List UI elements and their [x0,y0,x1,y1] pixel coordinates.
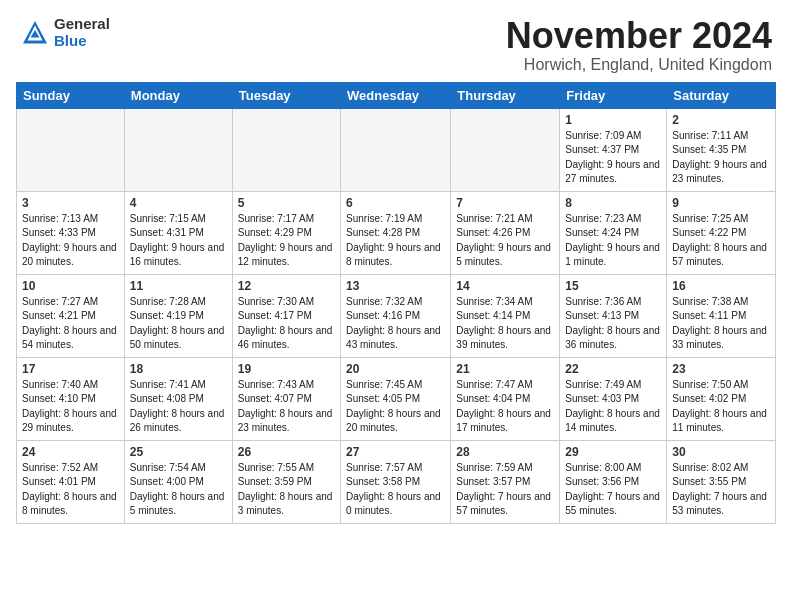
calendar-cell: 17Sunrise: 7:40 AM Sunset: 4:10 PM Dayli… [17,357,125,440]
calendar-cell: 25Sunrise: 7:54 AM Sunset: 4:00 PM Dayli… [124,440,232,523]
calendar-cell [341,108,451,191]
day-info: Sunrise: 7:17 AM Sunset: 4:29 PM Dayligh… [238,212,335,270]
calendar-week-row: 3Sunrise: 7:13 AM Sunset: 4:33 PM Daylig… [17,191,776,274]
day-info: Sunrise: 7:57 AM Sunset: 3:58 PM Dayligh… [346,461,445,519]
day-info: Sunrise: 7:25 AM Sunset: 4:22 PM Dayligh… [672,212,770,270]
calendar-cell: 24Sunrise: 7:52 AM Sunset: 4:01 PM Dayli… [17,440,125,523]
day-info: Sunrise: 7:59 AM Sunset: 3:57 PM Dayligh… [456,461,554,519]
day-number: 3 [22,196,119,210]
col-header-tuesday: Tuesday [232,82,340,108]
calendar-cell: 18Sunrise: 7:41 AM Sunset: 4:08 PM Dayli… [124,357,232,440]
day-info: Sunrise: 7:09 AM Sunset: 4:37 PM Dayligh… [565,129,661,187]
day-number: 11 [130,279,227,293]
calendar-cell: 14Sunrise: 7:34 AM Sunset: 4:14 PM Dayli… [451,274,560,357]
calendar-wrapper: SundayMondayTuesdayWednesdayThursdayFrid… [0,82,792,532]
day-info: Sunrise: 7:19 AM Sunset: 4:28 PM Dayligh… [346,212,445,270]
title-block: November 2024 Horwich, England, United K… [506,16,772,74]
col-header-friday: Friday [560,82,667,108]
day-number: 26 [238,445,335,459]
calendar-cell: 3Sunrise: 7:13 AM Sunset: 4:33 PM Daylig… [17,191,125,274]
day-info: Sunrise: 7:50 AM Sunset: 4:02 PM Dayligh… [672,378,770,436]
calendar-cell: 7Sunrise: 7:21 AM Sunset: 4:26 PM Daylig… [451,191,560,274]
day-info: Sunrise: 7:47 AM Sunset: 4:04 PM Dayligh… [456,378,554,436]
logo-text: General Blue [54,16,110,49]
day-info: Sunrise: 7:13 AM Sunset: 4:33 PM Dayligh… [22,212,119,270]
day-number: 8 [565,196,661,210]
day-number: 23 [672,362,770,376]
day-info: Sunrise: 7:38 AM Sunset: 4:11 PM Dayligh… [672,295,770,353]
day-number: 30 [672,445,770,459]
day-number: 12 [238,279,335,293]
day-number: 28 [456,445,554,459]
day-number: 20 [346,362,445,376]
day-info: Sunrise: 7:45 AM Sunset: 4:05 PM Dayligh… [346,378,445,436]
col-header-saturday: Saturday [667,82,776,108]
calendar-week-row: 1Sunrise: 7:09 AM Sunset: 4:37 PM Daylig… [17,108,776,191]
calendar-header-row: SundayMondayTuesdayWednesdayThursdayFrid… [17,82,776,108]
calendar-cell: 27Sunrise: 7:57 AM Sunset: 3:58 PM Dayli… [341,440,451,523]
day-number: 22 [565,362,661,376]
day-info: Sunrise: 7:15 AM Sunset: 4:31 PM Dayligh… [130,212,227,270]
calendar-cell: 6Sunrise: 7:19 AM Sunset: 4:28 PM Daylig… [341,191,451,274]
day-info: Sunrise: 7:32 AM Sunset: 4:16 PM Dayligh… [346,295,445,353]
day-info: Sunrise: 7:41 AM Sunset: 4:08 PM Dayligh… [130,378,227,436]
day-number: 18 [130,362,227,376]
day-info: Sunrise: 7:11 AM Sunset: 4:35 PM Dayligh… [672,129,770,187]
day-number: 1 [565,113,661,127]
calendar-cell: 11Sunrise: 7:28 AM Sunset: 4:19 PM Dayli… [124,274,232,357]
calendar-cell: 9Sunrise: 7:25 AM Sunset: 4:22 PM Daylig… [667,191,776,274]
col-header-sunday: Sunday [17,82,125,108]
day-number: 15 [565,279,661,293]
day-info: Sunrise: 7:55 AM Sunset: 3:59 PM Dayligh… [238,461,335,519]
day-info: Sunrise: 7:23 AM Sunset: 4:24 PM Dayligh… [565,212,661,270]
day-info: Sunrise: 7:49 AM Sunset: 4:03 PM Dayligh… [565,378,661,436]
calendar-cell [232,108,340,191]
calendar-cell [124,108,232,191]
day-info: Sunrise: 8:02 AM Sunset: 3:55 PM Dayligh… [672,461,770,519]
day-info: Sunrise: 7:40 AM Sunset: 4:10 PM Dayligh… [22,378,119,436]
day-info: Sunrise: 7:36 AM Sunset: 4:13 PM Dayligh… [565,295,661,353]
calendar-cell: 13Sunrise: 7:32 AM Sunset: 4:16 PM Dayli… [341,274,451,357]
day-number: 7 [456,196,554,210]
calendar-cell: 12Sunrise: 7:30 AM Sunset: 4:17 PM Dayli… [232,274,340,357]
day-number: 14 [456,279,554,293]
calendar-week-row: 24Sunrise: 7:52 AM Sunset: 4:01 PM Dayli… [17,440,776,523]
day-info: Sunrise: 7:34 AM Sunset: 4:14 PM Dayligh… [456,295,554,353]
day-number: 25 [130,445,227,459]
location: Horwich, England, United Kingdom [506,56,772,74]
day-info: Sunrise: 7:21 AM Sunset: 4:26 PM Dayligh… [456,212,554,270]
calendar-cell: 8Sunrise: 7:23 AM Sunset: 4:24 PM Daylig… [560,191,667,274]
calendar-cell: 10Sunrise: 7:27 AM Sunset: 4:21 PM Dayli… [17,274,125,357]
day-number: 2 [672,113,770,127]
calendar-cell: 21Sunrise: 7:47 AM Sunset: 4:04 PM Dayli… [451,357,560,440]
calendar-cell [451,108,560,191]
day-number: 10 [22,279,119,293]
calendar-cell: 19Sunrise: 7:43 AM Sunset: 4:07 PM Dayli… [232,357,340,440]
calendar-cell: 4Sunrise: 7:15 AM Sunset: 4:31 PM Daylig… [124,191,232,274]
logo: General Blue [20,16,110,49]
col-header-thursday: Thursday [451,82,560,108]
day-number: 29 [565,445,661,459]
col-header-monday: Monday [124,82,232,108]
calendar-table: SundayMondayTuesdayWednesdayThursdayFrid… [16,82,776,524]
day-info: Sunrise: 7:27 AM Sunset: 4:21 PM Dayligh… [22,295,119,353]
day-info: Sunrise: 7:43 AM Sunset: 4:07 PM Dayligh… [238,378,335,436]
logo-general-text: General [54,16,110,33]
day-number: 17 [22,362,119,376]
day-number: 6 [346,196,445,210]
day-number: 19 [238,362,335,376]
day-number: 9 [672,196,770,210]
calendar-cell [17,108,125,191]
calendar-cell: 26Sunrise: 7:55 AM Sunset: 3:59 PM Dayli… [232,440,340,523]
day-info: Sunrise: 7:30 AM Sunset: 4:17 PM Dayligh… [238,295,335,353]
day-info: Sunrise: 8:00 AM Sunset: 3:56 PM Dayligh… [565,461,661,519]
day-info: Sunrise: 7:52 AM Sunset: 4:01 PM Dayligh… [22,461,119,519]
calendar-cell: 2Sunrise: 7:11 AM Sunset: 4:35 PM Daylig… [667,108,776,191]
calendar-week-row: 17Sunrise: 7:40 AM Sunset: 4:10 PM Dayli… [17,357,776,440]
day-number: 21 [456,362,554,376]
calendar-cell: 20Sunrise: 7:45 AM Sunset: 4:05 PM Dayli… [341,357,451,440]
day-number: 24 [22,445,119,459]
day-info: Sunrise: 7:28 AM Sunset: 4:19 PM Dayligh… [130,295,227,353]
month-title: November 2024 [506,16,772,56]
day-number: 27 [346,445,445,459]
